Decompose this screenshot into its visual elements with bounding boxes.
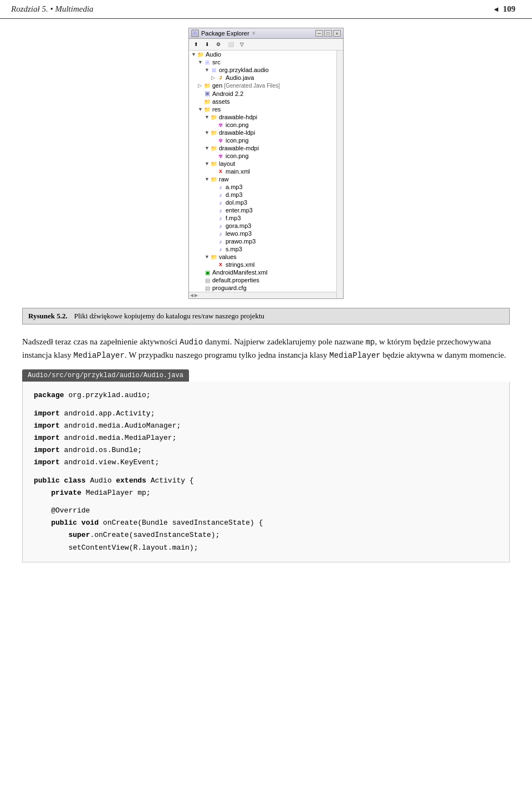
tree-item-s-mp3[interactable]: ♪ s.mp3: [189, 245, 336, 253]
toolbar-btn-2[interactable]: ⬇: [202, 40, 212, 49]
tree-arrow: ▼: [204, 161, 209, 166]
tree-item-package[interactable]: ▼ ⊠ org.przyklad.audio: [189, 66, 336, 74]
minimize-button[interactable]: ─: [315, 30, 323, 37]
tree-label-enter-mp3: enter.mp3: [226, 207, 253, 214]
tree-item-dol-mp3[interactable]: ♪ dol.mp3: [189, 199, 336, 206]
code-listing: Audio/src/org/przyklad/audio/Audio.java …: [22, 369, 510, 562]
xml-icon: X: [217, 169, 224, 174]
folder-icon: 📁: [203, 83, 211, 89]
mp3-icon: ♪: [217, 223, 224, 229]
toolbar-btn-1[interactable]: ⬆: [191, 40, 201, 49]
code-line-import-2: import android.media.AudioManager;: [34, 420, 498, 432]
explorer-title-controls[interactable]: ─ □ ×: [315, 30, 341, 37]
tree-arrow: ▼: [204, 254, 209, 260]
tree-item-android[interactable]: ▣ Android 2.2: [189, 89, 336, 98]
tree-item-icon-hdpi[interactable]: ✾ icon.png: [189, 121, 336, 129]
toolbar-btn-3[interactable]: ⚙: [213, 40, 223, 49]
tree-label-icon-mdpi: icon.png: [226, 153, 249, 159]
tree-item-prawo-mp3[interactable]: ♪ prawo.mp3: [189, 237, 336, 245]
folder-icon: 📁: [210, 114, 218, 120]
tree-label-res: res: [212, 106, 221, 113]
mp3-icon: ♪: [217, 184, 224, 190]
tree-item-gen[interactable]: ▷ 📁 gen [Generated Java Files]: [189, 82, 336, 89]
tree-arrow: ▼: [204, 176, 209, 182]
svg-rect-1: [193, 31, 197, 35]
src-icon: ⊞: [203, 59, 211, 65]
tree-item-strings-xml[interactable]: X strings.xml: [189, 261, 336, 268]
toolbar-btn-5[interactable]: ▽: [237, 40, 247, 49]
explorer-title-left: Package Explorer ✕: [191, 29, 256, 37]
tree-label-s-mp3: s.mp3: [226, 246, 242, 252]
toolbar-btn-4[interactable]: ⬜: [226, 40, 236, 49]
tree-item-main-xml[interactable]: X main.xml: [189, 168, 336, 175]
mp3-icon: ♪: [217, 207, 224, 214]
tree-label-layout: layout: [219, 160, 235, 167]
tree-item-src[interactable]: ▼ ⊞ src: [189, 58, 336, 66]
code-line-override: @Override: [34, 505, 498, 517]
tree-item-enter-mp3[interactable]: ♪ enter.mp3: [189, 206, 336, 214]
explorer-title-label: Package Explorer: [201, 30, 249, 37]
chapter-title: Rozdział 5. • Multimedia: [11, 4, 94, 14]
tree-item-layout[interactable]: ▼ 📁 layout: [189, 160, 336, 168]
folder-icon: 📁: [210, 161, 218, 167]
maximize-button[interactable]: □: [324, 30, 332, 37]
folder-icon: 📁: [203, 106, 211, 113]
tree-item-proguard[interactable]: ▤ proguard.cfg: [189, 284, 336, 292]
explorer-toolbar: ⬆ ⬇ ⚙ ⬜ ▽: [189, 39, 343, 50]
tree-label-strings-xml: strings.xml: [226, 261, 255, 268]
body-paragraph-1: Nadszedł teraz czas na zapełnienie aktyw…: [22, 336, 510, 362]
package-icon: ⊠: [210, 67, 218, 73]
tree-label-gora-mp3: gora.mp3: [226, 222, 251, 229]
code-blank: [34, 402, 498, 407]
code-line-import-5: import android.view.KeyEvent;: [34, 456, 498, 469]
figure-caption: Rysunek 5.2. Pliki dźwiękowe kopiujemy d…: [22, 308, 510, 324]
caption-label: Rysunek 5.2.: [28, 312, 68, 321]
tree-item-drawable-mdpi[interactable]: ▼ 📁 drawable-mdpi: [189, 144, 336, 152]
mp3-icon: ♪: [217, 200, 224, 206]
tree-item-f-mp3[interactable]: ♪ f.mp3: [189, 214, 336, 222]
tree-item-raw[interactable]: ▼ 📁 raw: [189, 175, 336, 183]
tree-label-drawable-mdpi: drawable-mdpi: [219, 145, 259, 151]
tree-label-android: Android 2.2: [212, 90, 243, 97]
tree-label-manifest: AndroidManifest.xml: [212, 269, 268, 276]
tree-item-icon-ldpi[interactable]: ✾ icon.png: [189, 136, 336, 144]
page-header: Rozdział 5. • Multimedia ◄ 109: [0, 0, 532, 19]
tree-item-gora-mp3[interactable]: ♪ gora.mp3: [189, 222, 336, 230]
tree-item-drawable-hdpi[interactable]: ▼ 📁 drawable-hdpi: [189, 113, 336, 121]
cfg-icon: ▤: [203, 285, 211, 291]
tree-item-icon-mdpi[interactable]: ✾ icon.png: [189, 152, 336, 160]
tree-item-default-props[interactable]: ▤ default.properties: [189, 276, 336, 284]
android-icon: ▣: [203, 90, 211, 97]
explorer-icon: [191, 29, 199, 37]
tree-item-drawable-ldpi[interactable]: ▼ 📁 drawable-ldpi: [189, 129, 336, 136]
code-line-setcontent: setContentView(R.layout.main);: [34, 542, 498, 554]
tree-label-drawable-hdpi: drawable-hdpi: [219, 114, 257, 120]
explorer-titlebar: Package Explorer ✕ ─ □ ×: [189, 28, 343, 39]
explorer-scrollbar-area: ▼ 📁 Audio ▼ ⊞ src ▼ ⊠ org.przyklad.audio: [189, 50, 343, 298]
vertical-scrollbar[interactable]: [336, 50, 343, 298]
folder-icon: 📁: [210, 145, 218, 151]
mp3-icon: ♪: [217, 231, 224, 237]
explorer-tab-marker: ✕: [252, 31, 256, 36]
tree-item-values[interactable]: ▼ 📁 values: [189, 253, 336, 261]
tree-item-audio[interactable]: ▼ 📁 Audio: [189, 50, 336, 58]
tree-label-values: values: [219, 253, 237, 260]
horizontal-scrollbar[interactable]: ◀ ▶: [189, 292, 336, 298]
tree-item-assets[interactable]: 📁 assets: [189, 98, 336, 105]
tree-item-res[interactable]: ▼ 📁 res: [189, 105, 336, 113]
tree-item-d-mp3[interactable]: ♪ d.mp3: [189, 191, 336, 199]
tree-item-audio-java[interactable]: ▷ J Audio.java: [189, 74, 336, 82]
close-button[interactable]: ×: [333, 30, 341, 37]
tree-label-audio: Audio: [206, 51, 221, 58]
image-icon: ✾: [217, 153, 224, 159]
tree-label-lewo-mp3: lewo.mp3: [226, 230, 252, 237]
tree-item-manifest[interactable]: ▣ AndroidManifest.xml: [189, 268, 336, 276]
tree-label-dol-mp3: dol.mp3: [226, 199, 247, 206]
tree-label-prawo-mp3: prawo.mp3: [226, 238, 255, 245]
folder-icon: 📁: [210, 254, 218, 260]
tree-label-src: src: [212, 59, 221, 65]
tree-item-a-mp3[interactable]: ♪ a.mp3: [189, 183, 336, 191]
xml-icon: X: [217, 262, 224, 267]
tree-item-lewo-mp3[interactable]: ♪ lewo.mp3: [189, 230, 336, 237]
code-line-class: public class Audio extends Activity {: [34, 475, 498, 487]
